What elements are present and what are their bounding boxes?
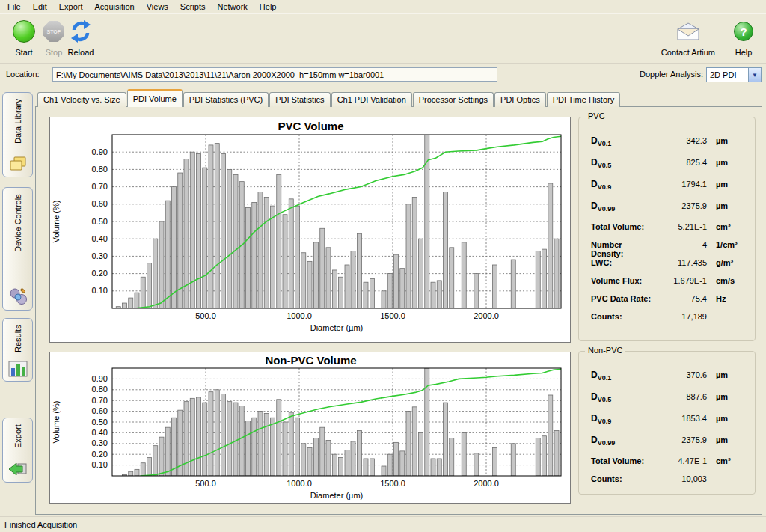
svg-text:0.10: 0.10 [92,286,108,295]
tab-pdi-statistics-pvc-[interactable]: PDI Statistics (PVC) [183,92,269,107]
menu-item-export[interactable]: Export [53,1,89,13]
doppler-analysis-value: 2D PDI [707,70,748,79]
stat-unit: cm³ [707,222,749,231]
svg-text:0.80: 0.80 [92,385,108,394]
stat-row: DV0.91853.4µm [591,413,749,435]
help-button[interactable]: ? Help [729,19,759,57]
svg-text:0.90: 0.90 [92,147,108,156]
tab-processor-settings[interactable]: Processor Settings [413,92,494,107]
svg-text:0.30: 0.30 [92,251,108,260]
svg-text:0.20: 0.20 [92,269,108,278]
stat-unit: cm/s [707,276,749,285]
stat-row: DV0.1342.3µm [591,135,749,157]
stat-unit: g/m³ [707,258,749,267]
svg-text:0.90: 0.90 [92,374,108,383]
stat-label: DV0.9 [591,179,652,191]
stat-row: DV0.5887.6µm [591,391,749,413]
export-arrow-icon [3,460,32,478]
stat-row: Volume Flux:1.679E-1cm/s [591,276,749,294]
sidebar-item-label: Data Library [3,99,32,148]
stat-value: 1853.4 [652,414,707,423]
stat-value: 10,003 [652,474,707,483]
toolbar: Start STOP Stop Reload Contact Ar [0,14,766,64]
tab-pdi-optics[interactable]: PDI Optics [494,92,546,107]
y-axis-label: Volume (%) [52,201,61,243]
stat-unit: Hz [707,294,749,303]
location-row: Location: Doppler Analysis: 2D PDI ▼ [0,65,766,85]
svg-text:0.40: 0.40 [92,428,108,437]
menu-item-help[interactable]: Help [254,1,283,13]
menu-item-edit[interactable]: Edit [27,1,53,13]
stat-label: PVC Data Rate: [591,294,652,303]
chart-title: Non-PVC Volume [265,354,356,367]
stat-label: Volume Flux: [591,276,652,285]
gears-icon [3,287,32,306]
stat-unit: µm [707,414,749,423]
doppler-analysis-select[interactable]: 2D PDI ▼ [706,67,762,82]
stat-label: DV0.5 [591,391,652,403]
tab-ch1-pdi-validation[interactable]: Ch1 PDI Validation [331,92,412,107]
menu-item-scripts[interactable]: Scripts [174,1,212,13]
tab-pdi-statistics[interactable]: PDI Statistics [269,92,330,107]
stat-label: Counts: [591,474,652,483]
stat-row: DV0.992375.9µm [591,435,749,456]
tab-pdi-time-history[interactable]: PDI Time History [547,92,621,107]
doppler-analysis-label: Doppler Analysis: [640,70,703,79]
stat-unit: µm [707,370,749,379]
stat-label: DV0.5 [591,157,652,169]
stat-value: 117.435 [652,258,707,267]
tab-page-pdi-volume: PVC Volume0.100.200.300.400.500.600.700.… [35,106,762,515]
svg-text:1500.0: 1500.0 [380,311,405,320]
stat-row: Number Density:41/cm³ [591,240,749,258]
non-pvc-stats-group: Non-PVC DV0.1370.6µmDV0.5887.6µmDV0.9185… [578,351,756,495]
sidebar-item-data-library[interactable]: Data Library [2,92,33,177]
stat-label: DV0.99 [591,435,652,447]
stat-value: 887.6 [652,392,707,401]
sidebar-item-label: Device Controls [3,194,32,281]
sidebar-item-device-controls[interactable]: Device Controls [2,187,33,311]
stat-row: Total Volume:4.47E-1cm³ [591,456,749,474]
stat-label: Total Volume: [591,456,652,465]
stat-value: 342.3 [652,136,707,145]
tab-pdi-volume[interactable]: PDI Volume [127,89,183,107]
reload-button[interactable]: Reload [63,19,99,57]
tab-ch1-velocity-vs-size[interactable]: Ch1 Velocity vs. Size [37,92,126,107]
sidebar-item-export[interactable]: Export [2,418,33,483]
y-axis-label: Volume (%) [52,401,61,444]
stat-row: Counts:10,003 [591,474,749,492]
pvc-stats-group: PVC DV0.1342.3µmDV0.5825.4µmDV0.91794.1µ… [578,117,756,341]
contact-artium-label: Contact Artium [661,48,715,57]
reload-button-label: Reload [63,48,99,57]
menu-item-acquisition[interactable]: Acquisition [89,1,141,13]
menu-item-file[interactable]: File [1,1,27,13]
sidebar-item-results[interactable]: Results [2,318,33,382]
svg-text:500.0: 500.0 [195,311,216,320]
non-pvc-volume-chart: Non-PVC Volume0.100.200.300.400.500.600.… [49,352,571,504]
stat-label: Total Volume: [591,222,652,231]
menu-item-views[interactable]: Views [141,1,174,13]
sidebar-item-label: Results [3,325,32,352]
svg-text:2000.0: 2000.0 [474,479,499,488]
location-input[interactable] [52,67,497,82]
contact-artium-button[interactable]: Contact Artium [661,19,715,57]
svg-text:0.50: 0.50 [92,418,108,426]
stat-label: LWC: [591,258,652,267]
stat-unit: µm [707,158,749,167]
start-icon [13,20,35,43]
stat-value: 4 [652,240,707,249]
stat-unit: µm [707,435,749,444]
stat-label: Number Density: [591,240,652,258]
location-label: Location: [6,70,40,79]
stat-row: Total Volume:5.21E-1cm³ [591,222,749,240]
stat-unit: µm [707,201,749,210]
stat-value: 1794.1 [652,180,707,189]
svg-text:1000.0: 1000.0 [287,311,312,320]
svg-text:1500.0: 1500.0 [380,479,405,488]
stat-row: DV0.5825.4µm [591,157,749,179]
envelope-icon [675,22,701,41]
menu-item-network[interactable]: Network [211,1,253,13]
stat-unit: µm [707,180,749,189]
stat-value: 1.679E-1 [652,276,707,285]
stat-unit: 1/cm³ [707,240,749,249]
chevron-down-icon: ▼ [748,68,761,82]
